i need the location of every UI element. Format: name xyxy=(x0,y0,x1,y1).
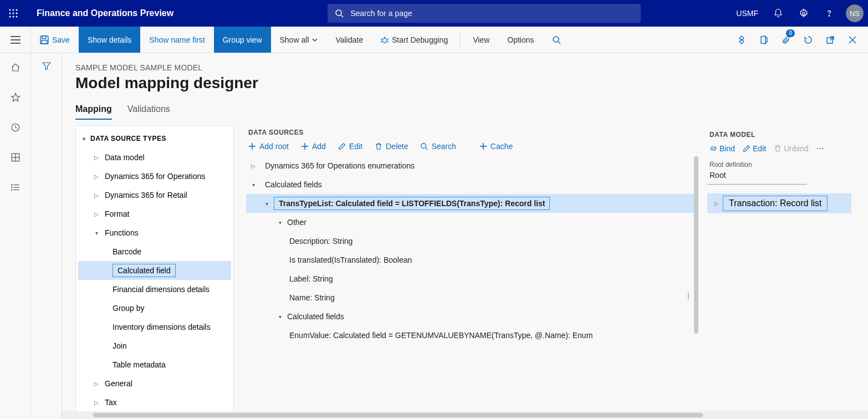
dst-inventory-dimensions[interactable]: Inventory dimensions details xyxy=(78,318,231,336)
dm-node-transaction[interactable]: ▷Transaction: Record list xyxy=(707,193,851,213)
group-view-button[interactable]: Group view xyxy=(214,27,271,53)
ds-node-label[interactable]: Label: String xyxy=(246,269,695,288)
app-launcher-button[interactable] xyxy=(0,0,27,27)
start-debugging-button[interactable]: Start Debugging xyxy=(372,27,457,53)
ds-node-description[interactable]: Description: String xyxy=(246,232,695,251)
diamond-icon xyxy=(737,35,746,44)
ds-node-is-translated[interactable]: Is translated(IsTranslated): Boolean xyxy=(246,251,695,269)
add-button[interactable]: Add xyxy=(301,142,326,151)
horizontal-scrollbar-thumb[interactable] xyxy=(93,413,703,417)
page-content: SAMPLE MODEL SAMPLE MODEL Model mapping … xyxy=(62,53,868,419)
link-button[interactable] xyxy=(731,27,753,53)
nav-toggle-button[interactable] xyxy=(0,27,31,53)
search-button[interactable]: Search xyxy=(420,142,456,151)
help-button[interactable] xyxy=(817,0,841,27)
ds-node-trans-type-list[interactable]: ▾TransTypeList: Calculated field = LISTO… xyxy=(246,194,695,213)
dst-join[interactable]: Join xyxy=(78,336,231,355)
svg-point-37 xyxy=(11,185,12,186)
entity-picker[interactable]: USMF xyxy=(729,9,765,18)
tab-validations[interactable]: Validations xyxy=(127,104,170,120)
dst-item-label: Inventory dimensions details xyxy=(113,323,211,331)
dst-group-by[interactable]: Group by xyxy=(78,299,231,318)
add-root-button[interactable]: Add root xyxy=(248,142,289,151)
btn-label: Bind xyxy=(719,144,735,153)
show-details-button[interactable]: Show details xyxy=(79,27,140,53)
btn-label: Cache xyxy=(491,142,513,151)
delete-button[interactable]: Delete xyxy=(375,142,408,151)
close-page-button[interactable] xyxy=(841,27,864,53)
nav-modules[interactable] xyxy=(4,178,27,196)
resize-gripper[interactable]: || xyxy=(687,292,688,299)
horizontal-scrollbar-track[interactable] xyxy=(62,411,868,419)
svg-line-26 xyxy=(558,42,560,44)
ds-node-other[interactable]: ▾Other xyxy=(246,213,695,232)
attachments-button[interactable]: 0 xyxy=(775,27,797,53)
dst-d365-ops[interactable]: ▷Dynamics 365 for Operations xyxy=(78,167,231,186)
dst-barcode[interactable]: Barcode xyxy=(78,242,231,261)
btn-label: Edit xyxy=(753,144,766,153)
left-nav-rail xyxy=(0,53,31,419)
top-bar: Finance and Operations Preview Search fo… xyxy=(0,0,868,27)
show-all-dropdown[interactable]: Show all xyxy=(271,27,327,53)
chevron-right-icon: ▷ xyxy=(711,201,723,207)
data-model-panel: DATA MODEL Bind Edit Unbind ⋯ Root defin… xyxy=(707,125,855,419)
root-definition-label: Root definition xyxy=(707,161,851,168)
tab-mapping[interactable]: Mapping xyxy=(75,104,112,120)
ds-node-calc-fields[interactable]: ▾Calculated fields xyxy=(246,175,695,194)
dm-header-label: DATA MODEL xyxy=(707,125,851,144)
popout-button[interactable] xyxy=(819,27,841,53)
dst-item-label: Data model xyxy=(105,153,145,162)
root-definition-value[interactable]: Root xyxy=(707,168,807,185)
dst-table-metadata[interactable]: Table metadata xyxy=(78,355,231,374)
dst-tax[interactable]: ▷Tax xyxy=(78,393,231,412)
view-menu[interactable]: View xyxy=(464,27,498,53)
chevron-down-icon: ▾ xyxy=(276,219,284,226)
save-icon xyxy=(40,35,49,44)
nav-home[interactable] xyxy=(4,59,27,76)
dst-data-model[interactable]: ▷Data model xyxy=(78,148,231,167)
dst-functions[interactable]: ▾Functions xyxy=(78,223,231,242)
ds-node-d365-enum[interactable]: ▷Dynamics 365 for Operations enumeration… xyxy=(246,156,695,175)
nav-recent[interactable] xyxy=(4,119,27,136)
nav-workspaces[interactable] xyxy=(4,149,27,166)
save-button[interactable]: Save xyxy=(31,27,79,53)
popout-icon xyxy=(826,35,835,44)
start-debugging-label: Start Debugging xyxy=(392,35,448,44)
chevron-right-icon: ▷ xyxy=(249,163,257,169)
edit-button[interactable]: Edit xyxy=(338,142,362,151)
dst-financial-dimensions[interactable]: Financial dimensions details xyxy=(78,280,231,299)
validate-button[interactable]: Validate xyxy=(326,27,372,53)
svg-point-11 xyxy=(803,12,805,15)
settings-button[interactable] xyxy=(792,0,816,27)
more-button[interactable]: ⋯ xyxy=(816,144,824,153)
dst-format[interactable]: ▷Format xyxy=(78,205,231,223)
filter-button[interactable] xyxy=(42,61,52,419)
refresh-button[interactable] xyxy=(797,27,819,53)
find-button[interactable] xyxy=(543,27,570,53)
global-search-input[interactable]: Search for a page xyxy=(328,4,641,23)
dst-general[interactable]: ▷General xyxy=(78,374,231,393)
ds-node-calc-fields-2[interactable]: ▾Calculated fields xyxy=(246,307,695,326)
trash-icon xyxy=(774,145,782,152)
btn-label: Add xyxy=(312,142,326,151)
tree-toggle-icon[interactable]: ▾ xyxy=(83,136,86,142)
ds-node-enum-value[interactable]: EnumValue: Calculated field = GETENUMVAL… xyxy=(246,326,695,345)
edit-button[interactable]: Edit xyxy=(743,144,766,153)
dst-calculated-field[interactable]: Calculated field xyxy=(78,261,231,280)
notifications-button[interactable] xyxy=(766,0,790,27)
dst-item-label: Financial dimensions details xyxy=(113,285,210,294)
show-name-first-button[interactable]: Show name first xyxy=(140,27,213,53)
ds-node-name[interactable]: Name: String xyxy=(246,288,695,307)
plus-icon xyxy=(248,142,256,150)
options-menu[interactable]: Options xyxy=(498,27,543,53)
office-button[interactable] xyxy=(753,27,775,53)
svg-point-3 xyxy=(9,13,11,14)
cache-button[interactable]: Cache xyxy=(479,142,513,151)
vertical-scrollbar[interactable] xyxy=(694,156,698,334)
bind-button[interactable]: Bind xyxy=(709,144,735,153)
nav-favorites[interactable] xyxy=(4,89,27,106)
btn-label: Delete xyxy=(386,142,408,151)
user-avatar[interactable]: NS xyxy=(846,4,864,22)
dst-header-label: DATA SOURCE TYPES xyxy=(90,135,166,142)
dst-d365-retail[interactable]: ▷Dynamics 365 for Retail xyxy=(78,186,231,205)
